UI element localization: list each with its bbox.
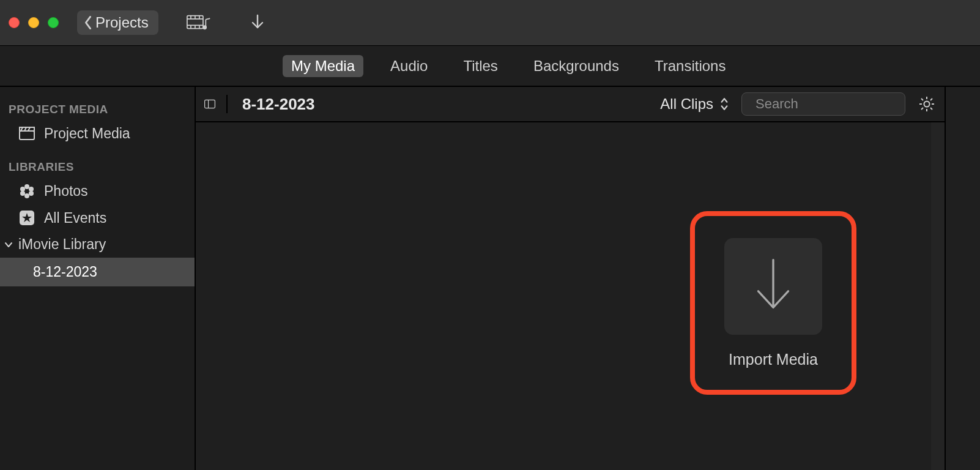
svg-line-36 — [921, 108, 923, 110]
minimize-window-button[interactable] — [28, 17, 39, 28]
search-input[interactable] — [755, 96, 924, 112]
window-controls — [9, 17, 59, 28]
chevron-up-down-icon — [719, 97, 729, 111]
filmstrip-music-icon — [187, 13, 211, 32]
download-arrow-toolbar-button[interactable] — [239, 9, 276, 36]
svg-point-20 — [20, 191, 25, 196]
viewer-column-edge — [946, 87, 980, 470]
browser-search-field[interactable] — [741, 92, 905, 116]
tab-audio[interactable]: Audio — [382, 55, 436, 77]
svg-point-21 — [20, 187, 25, 192]
star-square-icon — [18, 209, 35, 226]
toggle-sidebar-button[interactable] — [204, 95, 228, 113]
titlebar: Projects — [0, 0, 980, 46]
tab-titles[interactable]: Titles — [455, 55, 506, 77]
svg-rect-11 — [20, 131, 34, 140]
svg-point-22 — [25, 189, 29, 193]
sidebar-event-8-12-2023[interactable]: 8-12-2023 — [0, 258, 195, 286]
browser-settings-button[interactable] — [918, 95, 936, 113]
filter-label: All Clips — [660, 95, 713, 113]
svg-line-35 — [930, 108, 932, 110]
tab-my-media[interactable]: My Media — [283, 55, 363, 77]
sidebar-item-label: Photos — [44, 183, 88, 200]
libraries-sidebar: PROJECT MEDIA Project Media LIBRARIES — [0, 87, 196, 470]
sidebar-heading-libraries: LIBRARIES — [0, 157, 195, 177]
browser-body: Import Media — [196, 122, 945, 470]
tab-backgrounds[interactable]: Backgrounds — [525, 55, 628, 77]
svg-rect-25 — [205, 100, 215, 108]
sidebar-library-name: iMovie Library — [18, 236, 106, 253]
close-window-button[interactable] — [9, 17, 20, 28]
photos-flower-icon — [18, 182, 35, 200]
sidebar-library-header[interactable]: iMovie Library — [0, 231, 195, 258]
sidebar-icon — [204, 97, 215, 111]
svg-point-9 — [202, 25, 207, 29]
workspace: PROJECT MEDIA Project Media LIBRARIES — [0, 87, 980, 470]
sidebar-item-project-media[interactable]: Project Media — [0, 120, 195, 147]
sidebar-item-label: 8-12-2023 — [33, 264, 97, 280]
clapperboard-icon — [18, 125, 35, 142]
svg-line-37 — [930, 99, 932, 100]
chevron-down-icon — [2, 242, 15, 248]
arrow-down-large-icon — [752, 256, 795, 317]
browser-tabs: My Media Audio Titles Backgrounds Transi… — [0, 46, 980, 87]
projects-label: Projects — [95, 14, 149, 31]
sidebar-item-all-events[interactable]: All Events — [0, 204, 195, 231]
svg-point-16 — [24, 184, 29, 189]
import-media-button[interactable] — [724, 238, 822, 335]
browser-scrollbar[interactable] — [931, 122, 945, 470]
zoom-window-button[interactable] — [48, 17, 59, 28]
import-media-label: Import Media — [729, 351, 818, 368]
svg-point-17 — [29, 187, 34, 192]
media-browser: 8-12-2023 All Clips — [196, 87, 946, 470]
media-import-toolbar-button[interactable] — [180, 9, 217, 36]
svg-line-34 — [921, 99, 923, 100]
browser-header: 8-12-2023 All Clips — [196, 87, 945, 122]
import-media-highlight: Import Media — [690, 211, 856, 395]
svg-point-29 — [924, 102, 930, 107]
sidebar-item-label: Project Media — [44, 125, 130, 142]
sidebar-heading-project-media: PROJECT MEDIA — [0, 99, 195, 120]
arrow-down-icon — [245, 13, 270, 32]
gear-icon — [919, 96, 935, 112]
sidebar-item-label: All Events — [44, 210, 106, 226]
sidebar-item-photos[interactable]: Photos — [0, 177, 195, 204]
clips-filter-popup[interactable]: All Clips — [660, 95, 729, 113]
projects-back-button[interactable]: Projects — [77, 10, 158, 35]
chevron-left-icon — [83, 15, 93, 30]
tab-transitions[interactable]: Transitions — [646, 55, 734, 77]
svg-point-18 — [29, 191, 34, 196]
svg-point-19 — [24, 193, 29, 198]
browser-event-title: 8-12-2023 — [242, 95, 315, 114]
